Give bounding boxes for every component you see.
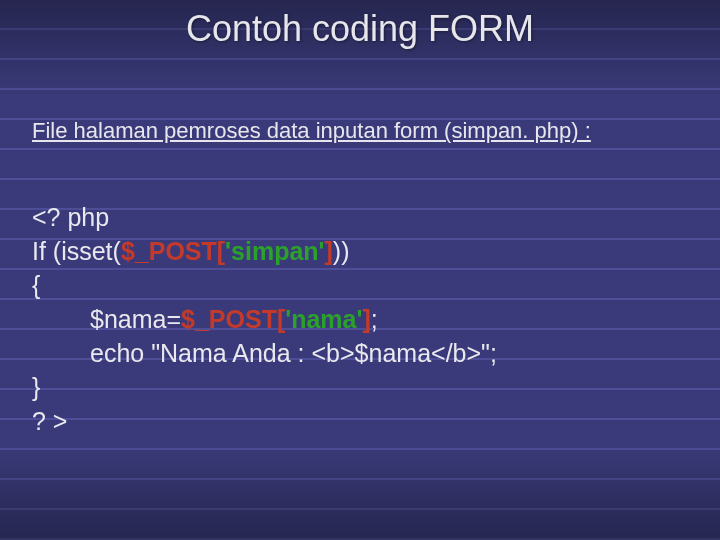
code-line-2: If (isset($_POST['simpan'])) [32,234,497,268]
slide: Contoh coding FORM File halaman pemroses… [0,0,720,540]
code-post-highlight: $_POST[ [121,237,225,265]
code-text: If (isset( [32,237,121,265]
code-text: ; [371,305,378,333]
code-line-5: echo "Nama Anda : <b>$nama</b>"; [32,336,497,370]
code-post-highlight: $_POST[ [181,305,285,333]
code-string-highlight: 'nama' [285,305,362,333]
code-post-highlight: ] [362,305,370,333]
code-line-6: } [32,370,497,404]
code-line-4: $nama=$_POST['nama']; [32,302,497,336]
slide-subtitle: File halaman pemroses data inputan form … [32,118,591,144]
code-string-highlight: 'simpan' [225,237,324,265]
code-line-7: ? > [32,404,497,438]
code-line-1: <? php [32,200,497,234]
code-text: )) [333,237,350,265]
code-line-3: { [32,268,497,302]
code-text: $nama= [90,305,181,333]
code-post-highlight: ] [325,237,333,265]
code-text: echo "Nama Anda : <b>$nama</b>"; [90,339,497,367]
slide-title: Contoh coding FORM [0,8,720,50]
code-block: <? php If (isset($_POST['simpan'])) { $n… [32,200,497,438]
